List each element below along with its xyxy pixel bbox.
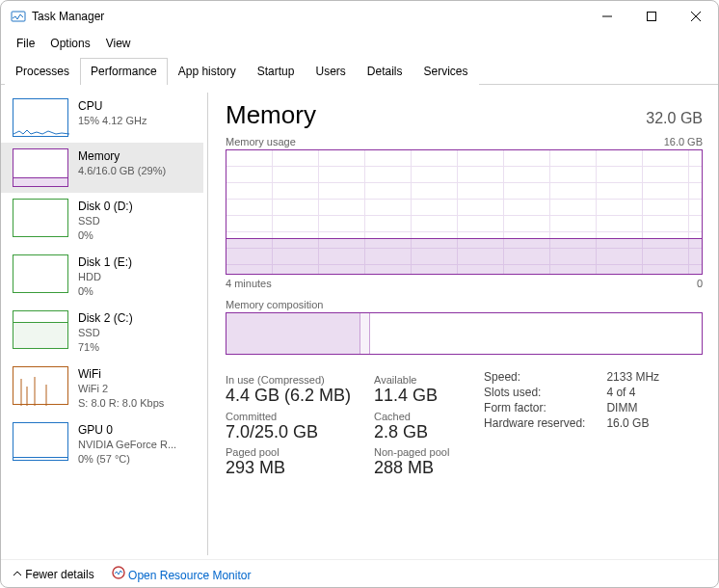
disk1-thumb-icon bbox=[13, 254, 68, 293]
hardware-info: Speed: 2133 MHz Slots used: 4 of 4 Form … bbox=[484, 370, 659, 479]
gpu-sub2: 0% (57 °C) bbox=[78, 452, 176, 467]
content-area: CPU 15% 4.12 GHz Memory 4.6/16.0 GB (29%… bbox=[1, 85, 718, 559]
tab-performance[interactable]: Performance bbox=[80, 58, 168, 85]
paged-value: 293 MB bbox=[226, 458, 351, 479]
disk0-title: Disk 0 (D:) bbox=[78, 199, 133, 214]
wifi-sub2: S: 8.0 R: 8.0 Kbps bbox=[78, 396, 164, 411]
disk1-title: Disk 1 (E:) bbox=[78, 254, 132, 270]
chevron-up-icon bbox=[13, 568, 22, 581]
tab-processes[interactable]: Processes bbox=[5, 58, 80, 85]
page-title: Memory bbox=[226, 100, 316, 130]
resource-sidebar: CPU 15% 4.12 GHz Memory 4.6/16.0 GB (29%… bbox=[1, 85, 203, 559]
wifi-title: WiFi bbox=[78, 366, 164, 382]
speed-value: 2133 MHz bbox=[606, 370, 659, 384]
gpu-sub1: NVIDIA GeForce R... bbox=[78, 438, 176, 452]
reserved-value: 16.0 GB bbox=[606, 416, 659, 430]
speed-label: Speed: bbox=[484, 370, 585, 384]
svg-rect-0 bbox=[12, 12, 25, 21]
disk2-thumb-icon bbox=[13, 310, 68, 349]
menu-view[interactable]: View bbox=[98, 34, 139, 53]
gpu-thumb-icon bbox=[13, 422, 68, 461]
slots-value: 4 of 4 bbox=[606, 386, 659, 399]
wifi-sub1: WiFi 2 bbox=[78, 382, 164, 396]
committed-value: 7.0/25.0 GB bbox=[226, 422, 351, 443]
tab-details[interactable]: Details bbox=[357, 58, 413, 85]
composition-label: Memory composition bbox=[226, 299, 323, 310]
available-value: 11.4 GB bbox=[374, 386, 461, 407]
nonpaged-value: 288 MB bbox=[374, 458, 461, 479]
menu-file[interactable]: File bbox=[9, 34, 42, 53]
memory-title: Memory bbox=[78, 148, 166, 164]
sidebar-item-disk0[interactable]: Disk 0 (D:) SSD 0% bbox=[1, 193, 203, 249]
minimize-button[interactable] bbox=[585, 1, 629, 32]
cached-label: Cached bbox=[374, 411, 461, 422]
footer-bar: Fewer details Open Resource Monitor bbox=[1, 559, 718, 588]
committed-label: Committed bbox=[226, 411, 351, 422]
reserved-label: Hardware reserved: bbox=[484, 416, 585, 430]
svg-rect-2 bbox=[648, 13, 656, 21]
maximize-button[interactable] bbox=[629, 1, 674, 32]
nonpaged-label: Non-paged pool bbox=[374, 446, 461, 458]
sidebar-item-cpu[interactable]: CPU 15% 4.12 GHz bbox=[1, 93, 203, 143]
cached-value: 2.8 GB bbox=[374, 422, 461, 443]
memory-composition-chart bbox=[226, 312, 703, 355]
cpu-thumb-icon bbox=[13, 98, 68, 137]
usage-chart-max: 16.0 GB bbox=[664, 136, 703, 147]
tab-strip: Processes Performance App history Startu… bbox=[1, 57, 718, 85]
disk2-sub2: 71% bbox=[78, 340, 133, 355]
tab-users[interactable]: Users bbox=[305, 58, 356, 85]
sidebar-item-wifi[interactable]: WiFi WiFi 2 S: 8.0 R: 8.0 Kbps bbox=[1, 361, 203, 416]
form-label: Form factor: bbox=[484, 401, 585, 414]
sidebar-item-disk2[interactable]: Disk 2 (C:) SSD 71% bbox=[1, 305, 203, 361]
inuse-label: In use (Compressed) bbox=[226, 374, 351, 386]
tab-app-history[interactable]: App history bbox=[168, 58, 247, 85]
memory-thumb-icon bbox=[13, 148, 68, 187]
sidebar-item-memory[interactable]: Memory 4.6/16.0 GB (29%) bbox=[1, 143, 203, 193]
open-resource-monitor-link[interactable]: Open Resource Monitor bbox=[112, 566, 252, 582]
paged-label: Paged pool bbox=[226, 446, 351, 458]
titlebar: Task Manager bbox=[1, 1, 718, 32]
disk1-sub2: 0% bbox=[78, 284, 132, 299]
chart-axis-right: 0 bbox=[697, 278, 703, 289]
slots-label: Slots used: bbox=[484, 386, 585, 399]
sidebar-item-disk1[interactable]: Disk 1 (E:) HDD 0% bbox=[1, 249, 203, 305]
fewer-details-label: Fewer details bbox=[25, 568, 93, 581]
window-controls bbox=[585, 1, 718, 32]
tab-services[interactable]: Services bbox=[413, 58, 479, 85]
svg-point-9 bbox=[113, 567, 124, 578]
resource-monitor-icon bbox=[112, 569, 128, 582]
wifi-thumb-icon bbox=[13, 366, 68, 405]
memory-sub: 4.6/16.0 GB (29%) bbox=[78, 164, 166, 178]
available-label: Available bbox=[374, 374, 461, 386]
detail-panel: Memory 32.0 GB Memory usage 16.0 GB 4 mi… bbox=[207, 93, 718, 555]
chart-axis-left: 4 minutes bbox=[226, 278, 272, 289]
tab-startup[interactable]: Startup bbox=[247, 58, 306, 85]
disk0-thumb-icon bbox=[13, 199, 68, 237]
inuse-value: 4.4 GB (6.2 MB) bbox=[226, 386, 351, 407]
stats-row: In use (Compressed) 4.4 GB (6.2 MB) Comm… bbox=[226, 370, 703, 479]
sidebar-item-gpu[interactable]: GPU 0 NVIDIA GeForce R... 0% (57 °C) bbox=[1, 416, 203, 472]
menu-options[interactable]: Options bbox=[42, 34, 97, 53]
disk2-sub1: SSD bbox=[78, 326, 133, 340]
disk0-sub2: 0% bbox=[78, 228, 133, 243]
menubar: File Options View bbox=[1, 32, 718, 57]
app-icon bbox=[11, 9, 26, 24]
window-title: Task Manager bbox=[32, 10, 585, 23]
close-button[interactable] bbox=[674, 1, 718, 32]
cpu-sub: 15% 4.12 GHz bbox=[78, 114, 147, 128]
form-value: DIMM bbox=[606, 401, 659, 414]
cpu-title: CPU bbox=[78, 98, 147, 114]
usage-chart-label: Memory usage bbox=[226, 136, 296, 147]
memory-usage-chart bbox=[226, 149, 703, 275]
total-memory: 32.0 GB bbox=[646, 110, 703, 127]
gpu-title: GPU 0 bbox=[78, 422, 176, 438]
open-resource-monitor-label[interactable]: Open Resource Monitor bbox=[128, 569, 251, 582]
disk1-sub1: HDD bbox=[78, 270, 132, 284]
disk2-title: Disk 2 (C:) bbox=[78, 310, 133, 326]
fewer-details-button[interactable]: Fewer details bbox=[13, 568, 94, 581]
disk0-sub1: SSD bbox=[78, 214, 133, 228]
